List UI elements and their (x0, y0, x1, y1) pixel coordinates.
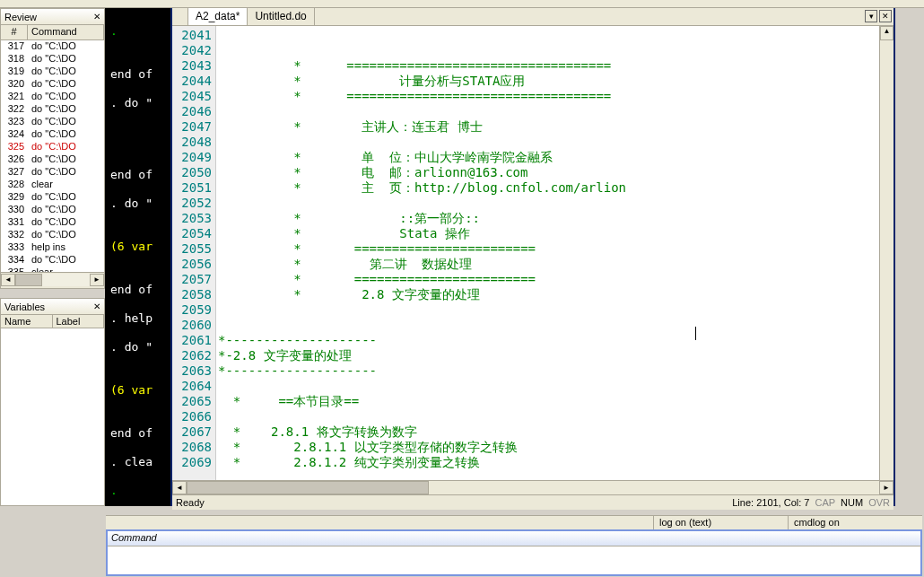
close-icon[interactable]: ✕ (93, 302, 100, 311)
status-cap: CAP (815, 497, 835, 508)
text-caret (695, 327, 696, 340)
review-row[interactable]: 319do "C:\DO (1, 66, 104, 78)
editor-tabs: A2_data* Untitled.do ▾ ✕ (172, 8, 893, 26)
scroll-right-icon[interactable]: ► (879, 481, 893, 494)
scroll-up-icon[interactable]: ▲ (880, 26, 893, 40)
review-row[interactable]: 335clear (1, 267, 104, 272)
editor-hscroll[interactable]: ◄ ► (172, 480, 893, 494)
scroll-left-icon[interactable]: ◄ (1, 274, 15, 286)
command-window: Command (106, 529, 922, 576)
tab-inactive[interactable]: Untitled.do (248, 8, 314, 25)
review-row[interactable]: 326do "C:\DO (1, 153, 104, 166)
review-header: Review ✕ (1, 9, 104, 25)
editor-gutter: 2041204220432044204520462047204820492050… (172, 26, 216, 480)
status-num: NUM (841, 497, 863, 508)
editor-text[interactable]: * =================================== * … (216, 26, 879, 480)
scroll-left-icon[interactable]: ◄ (172, 481, 187, 494)
review-title: Review (4, 12, 37, 22)
command-title: Command (108, 531, 920, 546)
close-icon[interactable]: ✕ (879, 10, 892, 22)
do-editor: A2_data* Untitled.do ▾ ✕ 204120422043204… (170, 8, 895, 506)
status-cmdlog: cmdlog on (788, 516, 922, 529)
results-output: . end of . do " end of . do " (6 var end… (105, 8, 170, 506)
review-row[interactable]: 323do "C:\DO (1, 116, 104, 128)
review-row[interactable]: 318do "C:\DO (1, 53, 104, 66)
review-row[interactable]: 321do "C:\DO (1, 91, 104, 103)
minimize-icon[interactable]: ▾ (865, 10, 877, 22)
review-columns: # Command (1, 25, 104, 40)
review-hscroll[interactable]: ◄ ► (1, 272, 104, 286)
status-ready: Ready (176, 497, 732, 508)
status-position: Line: 2101, Col: 7 (732, 497, 809, 508)
variables-panel: Variables ✕ Name Label (0, 298, 105, 506)
review-row[interactable]: 320do "C:\DO (1, 78, 104, 91)
scroll-right-icon[interactable]: ► (90, 274, 104, 286)
command-input[interactable] (108, 546, 920, 573)
review-row[interactable]: 330do "C:\DO (1, 204, 104, 216)
review-row[interactable]: 334do "C:\DO (1, 254, 104, 267)
review-row[interactable]: 332do "C:\DO (1, 229, 104, 241)
editor-statusbar: Ready Line: 2101, Col: 7 CAP NUM OVR (172, 494, 893, 510)
main-statusbar: log on (text) cmdlog on (106, 515, 922, 529)
review-panel: Review ✕ # Command 317do "C:\DO318do "C:… (0, 8, 105, 289)
review-row[interactable]: 317do "C:\DO (1, 40, 104, 53)
scroll-thumb[interactable] (15, 274, 42, 286)
variables-columns: Name Label (1, 315, 104, 328)
variables-title: Variables (4, 302, 45, 312)
review-row[interactable]: 322do "C:\DO (1, 103, 104, 116)
status-log: log on (text) (653, 516, 788, 529)
review-row[interactable]: 325do "C:\DO (1, 141, 104, 153)
scroll-thumb[interactable] (187, 481, 429, 494)
review-row[interactable]: 333help ins (1, 241, 104, 254)
status-ovr: OVR (868, 497, 890, 508)
tab-active[interactable]: A2_data* (188, 8, 248, 25)
close-icon[interactable]: ✕ (93, 12, 100, 22)
review-row[interactable]: 324do "C:\DO (1, 128, 104, 141)
editor-vscroll[interactable]: ▲ (879, 26, 893, 480)
review-row[interactable]: 331do "C:\DO (1, 216, 104, 229)
review-row[interactable]: 328clear (1, 179, 104, 191)
review-row[interactable]: 329do "C:\DO (1, 191, 104, 204)
variables-header: Variables ✕ (1, 299, 104, 315)
review-row[interactable]: 327do "C:\DO (1, 166, 104, 179)
